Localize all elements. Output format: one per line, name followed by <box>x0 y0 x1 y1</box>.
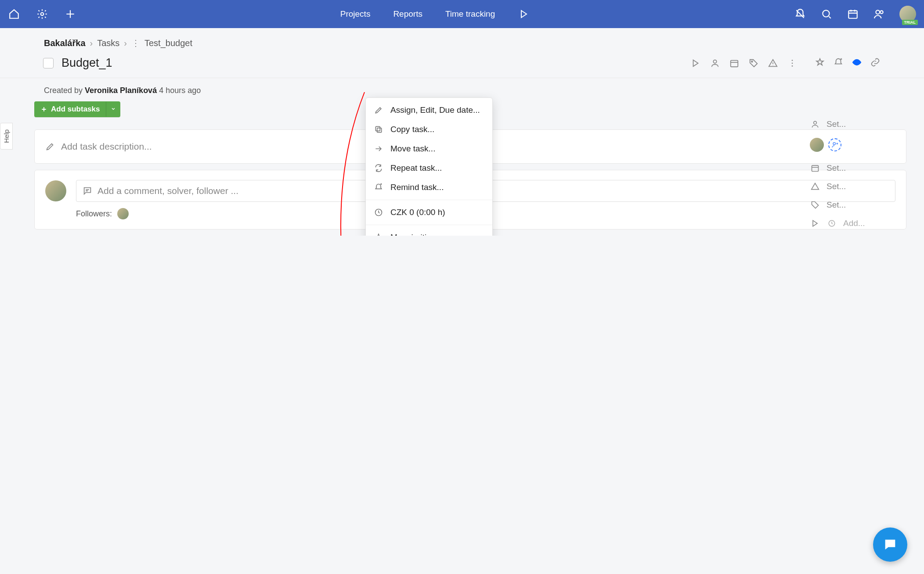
svg-rect-14 <box>812 165 819 171</box>
svg-point-13 <box>833 143 835 145</box>
pencil-icon <box>374 106 383 115</box>
nav-time-tracking[interactable]: Time tracking <box>445 9 495 19</box>
breadcrumb: Bakalářka › Tasks › ⋮ Test_budget <box>0 28 924 54</box>
bell-plus-icon[interactable] <box>834 57 843 69</box>
add-assignee-button[interactable] <box>828 138 841 151</box>
menu-label: Remind task... <box>390 183 444 192</box>
menu-repeat-task[interactable]: Repeat task... <box>366 158 492 178</box>
tag-icon <box>810 201 820 209</box>
svg-point-12 <box>814 121 817 124</box>
menu-label: CZK 0 (0:00 h) <box>390 208 445 217</box>
svg-rect-16 <box>377 128 382 133</box>
topbar: Projects Reports Time tracking TRIAL <box>0 0 924 28</box>
nav-reports[interactable]: Reports <box>393 9 422 19</box>
more-vertical-icon[interactable] <box>787 58 798 68</box>
svg-rect-2 <box>848 11 857 18</box>
description-placeholder: Add task description... <box>61 141 152 152</box>
assignee-avatar[interactable] <box>810 138 824 152</box>
calendar-icon[interactable] <box>729 58 740 68</box>
warning-icon[interactable] <box>768 58 778 68</box>
calendar-icon[interactable] <box>847 8 859 20</box>
menu-label: Assign, Edit, Due date... <box>390 105 480 115</box>
task-complete-checkbox[interactable] <box>43 58 54 68</box>
task-header: Budget_1 <box>0 54 924 78</box>
tag-icon[interactable] <box>748 58 759 68</box>
assignee-label: Set... <box>827 119 846 129</box>
svg-point-1 <box>823 10 829 17</box>
user-avatar[interactable]: TRIAL <box>899 6 916 22</box>
breadcrumb-item[interactable]: Test_budget <box>144 38 192 48</box>
add-subtasks-dropdown[interactable] <box>106 102 120 117</box>
svg-point-10 <box>792 65 793 67</box>
more-vertical-icon[interactable]: ⋮ <box>131 38 140 48</box>
link-icon[interactable] <box>870 57 880 69</box>
assignee-avatars <box>810 133 918 159</box>
clock-icon <box>827 219 837 227</box>
menu-budget[interactable]: CZK 0 (0:00 h) <box>366 203 492 222</box>
bell-off-icon[interactable] <box>794 8 806 20</box>
search-icon[interactable] <box>820 8 833 20</box>
menu-remind-task[interactable]: Remind task... <box>366 178 492 197</box>
chevron-right-icon: › <box>90 38 93 48</box>
person-icon <box>810 120 820 129</box>
tracking-label: Add... <box>843 219 865 228</box>
right-panel: Set... Set... Set... Set... Add... <box>810 103 924 236</box>
plus-icon[interactable] <box>64 8 76 20</box>
menu-priorities[interactable]: My priorities <box>366 228 492 236</box>
task-more-menu: Assign, Edit, Due date... Copy task... M… <box>365 97 493 236</box>
breadcrumb-section[interactable]: Tasks <box>97 38 119 48</box>
tag-label: Set... <box>827 200 846 210</box>
nav-projects[interactable]: Projects <box>340 9 371 19</box>
follower-avatar[interactable] <box>117 208 129 219</box>
breadcrumb-project[interactable]: Bakalářka <box>44 38 86 48</box>
warning-icon <box>810 182 820 191</box>
calendar-icon <box>810 164 820 172</box>
star-icon <box>374 233 383 236</box>
gear-icon[interactable] <box>36 8 48 20</box>
due-date-row[interactable]: Set... <box>810 159 918 177</box>
svg-point-5 <box>713 60 716 63</box>
task-meta: Created by Veronika Planíková 4 hours ag… <box>0 78 924 100</box>
copy-icon <box>374 125 383 134</box>
followers-label: Followers: <box>76 209 112 219</box>
people-icon[interactable] <box>873 8 885 20</box>
svg-rect-6 <box>731 60 738 67</box>
eye-icon[interactable] <box>852 57 862 69</box>
task-time-ago: 4 hours ago <box>157 86 201 95</box>
tracking-row[interactable]: Add... <box>810 214 918 233</box>
svg-point-9 <box>792 62 793 64</box>
svg-point-3 <box>876 10 880 14</box>
home-icon[interactable] <box>8 8 20 20</box>
priority-row[interactable]: Set... <box>810 177 918 196</box>
star-icon[interactable] <box>815 57 825 69</box>
person-icon[interactable] <box>710 58 720 68</box>
created-by-prefix: Created by <box>44 86 85 95</box>
menu-move-task[interactable]: Move task... <box>366 139 492 158</box>
add-subtasks-button: Add subtasks <box>34 101 120 117</box>
task-title[interactable]: Budget_1 <box>61 56 690 70</box>
comment-placeholder: Add a comment, solver, follower ... <box>97 186 238 196</box>
priority-label: Set... <box>827 182 846 191</box>
menu-label: My priorities <box>390 233 435 236</box>
chevron-right-icon: › <box>124 38 127 48</box>
svg-point-0 <box>41 13 44 16</box>
play-icon[interactable] <box>690 58 701 68</box>
tag-row[interactable]: Set... <box>810 196 918 214</box>
repeat-icon <box>374 164 383 172</box>
clock-icon <box>374 208 383 217</box>
current-user-avatar <box>45 180 66 201</box>
add-subtasks-main[interactable]: Add subtasks <box>34 101 106 117</box>
task-author: Veronika Planíková <box>85 86 157 95</box>
bell-plus-icon <box>374 183 383 192</box>
play-icon[interactable] <box>518 8 530 20</box>
menu-label: Move task... <box>390 144 435 154</box>
menu-label: Copy task... <box>390 125 434 134</box>
due-date-label: Set... <box>827 163 846 173</box>
svg-point-8 <box>792 60 793 61</box>
svg-point-4 <box>880 11 883 14</box>
menu-copy-task[interactable]: Copy task... <box>366 120 492 139</box>
add-subtasks-label: Add subtasks <box>51 105 100 114</box>
assignee-row[interactable]: Set... <box>810 115 918 133</box>
svg-point-11 <box>855 61 858 64</box>
menu-assign-edit[interactable]: Assign, Edit, Due date... <box>366 100 492 120</box>
